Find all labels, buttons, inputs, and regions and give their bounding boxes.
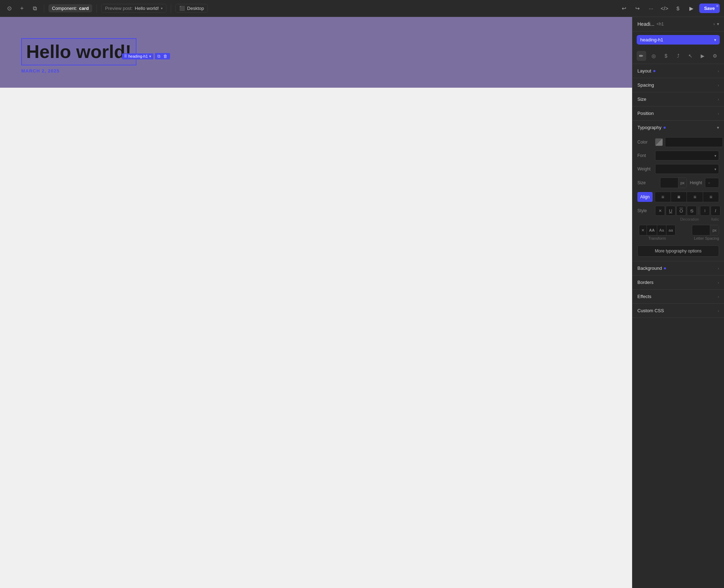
heading-box[interactable]: Hello world! [21, 38, 136, 65]
font-label: Font [637, 153, 655, 158]
background-chevron-icon: › [718, 266, 719, 270]
custom-css-chevron-icon: › [718, 309, 719, 313]
component-prefix: Component: [52, 6, 77, 11]
align-center-button[interactable]: ≡ [671, 192, 687, 202]
panel-header-right: › ▾ [713, 22, 719, 27]
font-row: Font [637, 151, 719, 161]
transform-btns: ✕ AA Aa aa [639, 225, 676, 235]
section-layout-label: Layout [637, 68, 655, 74]
section-spacing[interactable]: Spacing › [632, 78, 724, 92]
style-labels-row: Decoration Italic [637, 217, 719, 221]
italic-button[interactable]: I [711, 206, 720, 216]
style-strikethrough-button[interactable]: S [687, 206, 697, 216]
undo-button[interactable]: ↩ [619, 3, 630, 14]
typography-body: Color Font We [632, 134, 724, 261]
transform-uppercase-button[interactable]: AA [647, 225, 657, 235]
copy-icon[interactable]: ⧉ [156, 54, 162, 59]
code-button[interactable]: </> [659, 3, 670, 14]
heading-chip-text: heading-h1 [128, 54, 148, 58]
color-row: Color [637, 137, 719, 147]
more-actions-button[interactable]: ··· [646, 3, 657, 14]
panel-header-left: Headi... <h1 [637, 21, 664, 27]
section-size-label: Size [637, 97, 646, 102]
transform-capitalize-button[interactable]: Aa [657, 225, 666, 235]
divider-2 [97, 4, 97, 13]
align-left-button[interactable]: ≡ [655, 192, 671, 202]
height-value: - [705, 178, 719, 188]
tab-cursor[interactable]: ↖ [686, 51, 695, 61]
weight-label: Weight [637, 167, 655, 171]
size-input[interactable] [660, 178, 678, 188]
panel-nav-right-icon[interactable]: › [713, 22, 715, 27]
style-overline-button[interactable]: O [676, 206, 686, 216]
section-borders-label: Borders [637, 280, 654, 285]
style-label: Style [637, 208, 655, 213]
section-background[interactable]: Background › [632, 261, 724, 275]
save-button[interactable]: Save [699, 4, 720, 13]
tab-gear[interactable]: ⚙ [710, 51, 720, 61]
color-input[interactable] [665, 137, 723, 147]
card-preview[interactable]: ⠿ heading-h1 ▾ ⧉ 🗑 Hello world! MARCH 2,… [0, 17, 632, 88]
divider-1 [44, 4, 44, 13]
panel-header: Headi... <h1 › ▾ [632, 17, 724, 31]
layout-dot [653, 70, 655, 72]
align-justify-button[interactable]: ≡ [703, 192, 719, 202]
heading-text: Hello world! [26, 42, 132, 62]
more-typography-button[interactable]: More typography options [637, 245, 719, 257]
section-custom-css[interactable]: Custom CSS › [632, 304, 724, 318]
section-borders[interactable]: Borders › [632, 275, 724, 290]
section-position[interactable]: Position › [632, 106, 724, 121]
letter-spacing-input[interactable] [692, 225, 710, 235]
italic-btns: I I [700, 206, 720, 216]
size-input-group: px [660, 177, 687, 188]
home-icon[interactable]: ⊙ [4, 4, 14, 13]
typography-label: Typography [637, 125, 661, 130]
section-layout[interactable]: Layout › [632, 64, 724, 78]
main-area: ⠿ heading-h1 ▾ ⧉ 🗑 Hello world! MARCH 2,… [0, 17, 724, 588]
color-input-group [655, 137, 723, 147]
italic-none-button[interactable]: I [700, 206, 710, 216]
transform-col: ✕ AA Aa aa Transform [637, 225, 677, 240]
tab-share[interactable]: ⤴ [673, 51, 683, 61]
component-label: Component: card [48, 4, 92, 12]
layout-chevron-icon: › [718, 69, 719, 73]
section-background-label: Background [637, 266, 666, 271]
style-none-button[interactable]: ✕ [655, 206, 665, 216]
weight-select[interactable] [655, 164, 719, 174]
play-button[interactable]: ▶ [686, 3, 697, 14]
preview-select[interactable]: Preview post: Hello world! ▾ [101, 4, 167, 13]
transform-lowercase-button[interactable]: aa [666, 225, 675, 235]
section-effects[interactable]: Effects › [632, 290, 724, 304]
position-chevron-icon: › [718, 111, 719, 116]
layers-icon[interactable]: ⧉ [30, 4, 40, 13]
size-height-inputs: px Height - [655, 177, 719, 188]
tab-palette[interactable]: ◎ [649, 51, 659, 61]
borders-chevron-icon: › [718, 280, 719, 285]
section-size[interactable]: Size › [632, 92, 724, 106]
panel-tag: <h1 [656, 22, 664, 27]
drag-icon: ⠿ [124, 54, 127, 59]
transform-none-button[interactable]: ✕ [639, 225, 647, 235]
color-swatch[interactable] [655, 138, 663, 146]
panel-expand-icon[interactable]: ▾ [717, 22, 719, 27]
tab-paint[interactable]: ✏ [637, 51, 646, 61]
style-underline-button[interactable]: U [666, 206, 676, 216]
element-badge[interactable]: heading-h1 ▾ [637, 35, 720, 45]
tab-play[interactable]: ▶ [698, 51, 708, 61]
align-right-button[interactable]: ≡ [687, 192, 703, 202]
device-button[interactable]: ⬛ Desktop [175, 4, 208, 13]
spacing-chevron-icon: › [718, 83, 719, 87]
device-label: Desktop [187, 6, 204, 11]
chip-caret: ▾ [149, 54, 151, 59]
font-select[interactable] [655, 151, 719, 161]
delete-icon[interactable]: 🗑 [162, 54, 169, 59]
canvas[interactable]: ⠿ heading-h1 ▾ ⧉ 🗑 Hello world! MARCH 2,… [0, 17, 632, 588]
typography-header[interactable]: Typography ▾ [632, 121, 724, 134]
heading-chip-label-area: ⠿ heading-h1 ▾ [122, 53, 153, 59]
redo-button[interactable]: ↪ [632, 3, 643, 14]
transform-letter-row: ✕ AA Aa aa Transform px Letter Spacing [637, 225, 719, 240]
tab-dollar[interactable]: $ [661, 51, 671, 61]
align-label-button[interactable]: Align [637, 192, 653, 202]
dollar-button[interactable]: $ [672, 3, 684, 14]
add-icon[interactable]: ＋ [17, 4, 27, 13]
